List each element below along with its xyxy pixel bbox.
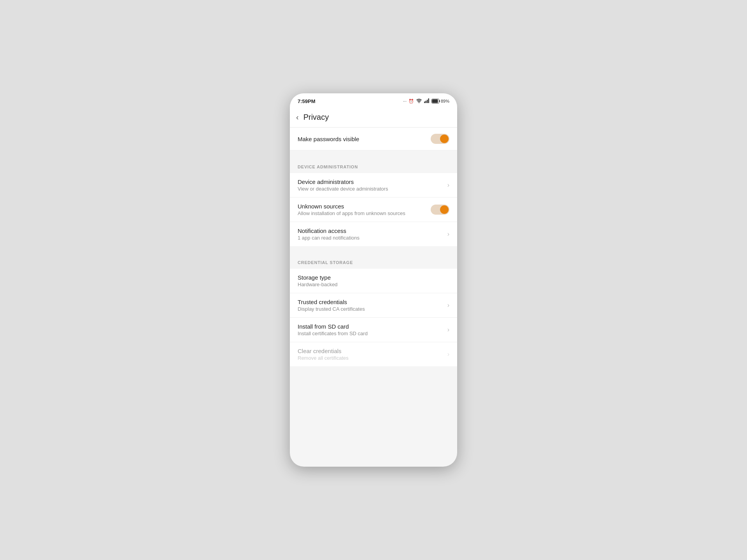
notification-access-item[interactable]: Notification access 1 app can read notif… — [290, 222, 457, 246]
unknown-sources-text: Unknown sources Allow installation of ap… — [298, 203, 431, 216]
unknown-sources-right — [431, 205, 449, 215]
svg-rect-4 — [428, 98, 429, 103]
device-administrators-text: Device administrators View or deactivate… — [298, 178, 447, 192]
svg-rect-1 — [424, 102, 425, 103]
chevron-icon-3: › — [447, 302, 449, 309]
clear-credentials-subtitle: Remove all certificates — [298, 355, 447, 361]
toggle-circle — [440, 135, 449, 143]
phone-frame: 7:59PM ··· ⏰ — [290, 93, 457, 467]
storage-type-title: Storage type — [298, 274, 449, 281]
storage-type-subtitle: Hardware-backed — [298, 282, 449, 287]
chevron-icon-2: › — [447, 231, 449, 238]
device-administrators-item[interactable]: Device administrators View or deactivate… — [290, 173, 457, 198]
wifi-icon — [416, 98, 422, 104]
chevron-icon-4: › — [447, 326, 449, 333]
signal-icon — [424, 98, 430, 104]
device-admin-title: DEVICE ADMINISTRATION — [298, 164, 358, 169]
device-admin-section: Device administrators View or deactivate… — [290, 173, 457, 246]
toggle-circle-2 — [440, 205, 449, 214]
device-administrators-subtitle: View or deactivate device administrators — [298, 186, 447, 192]
make-passwords-toggle[interactable] — [431, 134, 449, 144]
page-title: Privacy — [303, 113, 329, 122]
status-time: 7:59PM — [298, 98, 316, 104]
credential-storage-section: Storage type Hardware-backed Trusted cre… — [290, 269, 457, 366]
make-passwords-item[interactable]: Make passwords visible — [290, 128, 457, 150]
install-from-sd-title: Install from SD card — [298, 323, 447, 330]
alarm-icon: ⏰ — [409, 99, 414, 104]
svg-rect-3 — [427, 100, 428, 103]
clear-credentials-title: Clear credentials — [298, 348, 447, 354]
credential-storage-header: CREDENTIAL STORAGE — [290, 251, 457, 269]
unknown-sources-subtitle: Allow installation of apps from unknown … — [298, 210, 431, 216]
status-icons: ··· ⏰ — [403, 98, 449, 104]
header: ‹ Privacy — [290, 107, 457, 128]
install-from-sd-item[interactable]: Install from SD card Install certificate… — [290, 318, 457, 342]
svg-rect-2 — [425, 101, 426, 103]
notification-access-text: Notification access 1 app can read notif… — [298, 228, 447, 241]
credential-storage-title: CREDENTIAL STORAGE — [298, 260, 353, 265]
svg-point-0 — [419, 102, 419, 103]
dots-icon: ··· — [403, 99, 407, 103]
storage-type-item: Storage type Hardware-backed — [290, 269, 457, 293]
section-gap-1 — [290, 150, 457, 155]
notification-access-subtitle: 1 app can read notifications — [298, 235, 447, 241]
clear-credentials-right: › — [447, 351, 449, 358]
unknown-sources-item[interactable]: Unknown sources Allow installation of ap… — [290, 198, 457, 222]
install-from-sd-text: Install from SD card Install certificate… — [298, 323, 447, 336]
notification-access-title: Notification access — [298, 228, 447, 234]
status-bar: 7:59PM ··· ⏰ — [290, 93, 457, 107]
trusted-credentials-title: Trusted credentials — [298, 299, 447, 305]
trusted-credentials-right: › — [447, 302, 449, 309]
battery-percent: 89% — [441, 99, 449, 103]
unknown-sources-toggle[interactable] — [431, 205, 449, 215]
svg-rect-6 — [439, 100, 440, 102]
back-button[interactable]: ‹ — [296, 113, 299, 122]
bottom-gap — [290, 366, 457, 390]
device-administrators-title: Device administrators — [298, 178, 447, 185]
storage-type-text: Storage type Hardware-backed — [298, 274, 449, 287]
content: Make passwords visible DEVICE ADMINISTRA… — [290, 128, 457, 390]
trusted-credentials-item[interactable]: Trusted credentials Display trusted CA c… — [290, 293, 457, 318]
trusted-credentials-subtitle: Display trusted CA certificates — [298, 306, 447, 312]
install-from-sd-right: › — [447, 326, 449, 333]
svg-rect-7 — [432, 100, 438, 103]
device-admin-header: DEVICE ADMINISTRATION — [290, 155, 457, 173]
chevron-icon-5: › — [447, 351, 449, 358]
trusted-credentials-text: Trusted credentials Display trusted CA c… — [298, 299, 447, 312]
device-administrators-right: › — [447, 182, 449, 189]
notification-access-right: › — [447, 231, 449, 238]
make-passwords-label: Make passwords visible — [298, 136, 359, 142]
clear-credentials-text: Clear credentials Remove all certificate… — [298, 348, 447, 361]
battery-icon: 89% — [431, 99, 449, 103]
make-passwords-section: Make passwords visible — [290, 128, 457, 150]
section-gap-2 — [290, 246, 457, 251]
unknown-sources-title: Unknown sources — [298, 203, 431, 210]
chevron-icon: › — [447, 182, 449, 189]
install-from-sd-subtitle: Install certificates from SD card — [298, 331, 447, 336]
clear-credentials-item: Clear credentials Remove all certificate… — [290, 342, 457, 366]
